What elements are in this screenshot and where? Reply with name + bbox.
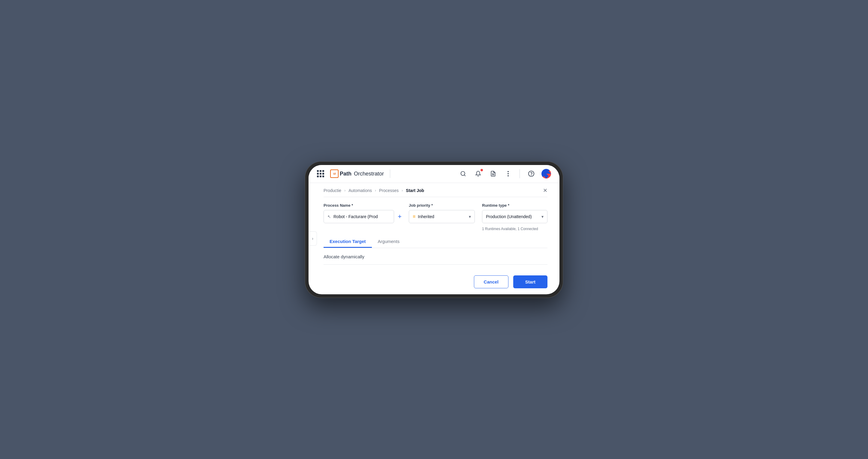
logo-ui-text: Ui (333, 172, 336, 175)
breadcrumb-sep-3: › (402, 188, 403, 193)
sidebar-toggle-button[interactable]: › (309, 231, 317, 246)
logo-path-text: Path (340, 171, 351, 177)
job-priority-group: Job priority * ≡ Inherited ▾ (409, 203, 475, 223)
top-bar-icons (458, 169, 551, 178)
grid-icon[interactable] (317, 170, 324, 177)
runtime-type-select[interactable]: Production (Unattended) ▾ (482, 210, 548, 223)
user-avatar[interactable] (541, 169, 551, 178)
notification-badge (480, 168, 484, 172)
add-process-button[interactable]: + (398, 213, 402, 220)
footer-buttons: Cancel Start (323, 271, 548, 294)
form-row: Process Name * ↖ Robot - Facturare (Prod… (323, 203, 548, 231)
breadcrumb-productie[interactable]: Productie (323, 188, 341, 193)
svg-point-5 (507, 173, 509, 174)
form-section: Process Name * ↖ Robot - Facturare (Prod… (323, 197, 548, 236)
close-button[interactable]: ✕ (543, 188, 548, 193)
runtime-type-value: Production (Unattended) (486, 214, 539, 219)
search-button[interactable] (458, 169, 468, 178)
phone-frame: Ui Path Orchestrator (305, 161, 563, 298)
process-name-group: Process Name * ↖ Robot - Facturare (Prod… (323, 203, 402, 223)
notifications-button[interactable] (473, 169, 483, 178)
process-name-value: Robot - Facturare (Prod (334, 214, 390, 219)
runtime-info: 1 Runtimes Available, 1 Connected (482, 227, 548, 231)
svg-line-1 (464, 175, 466, 176)
breadcrumb-start-job: Start Job (406, 188, 424, 193)
process-name-label: Process Name * (323, 203, 402, 207)
job-priority-label: Job priority * (409, 203, 475, 207)
chevron-down-icon: ▾ (469, 214, 471, 219)
uipath-logo: Ui Path (330, 169, 351, 178)
breadcrumb-sep-1: › (344, 188, 345, 193)
process-name-input[interactable]: ↖ Robot - Facturare (Prod (323, 210, 394, 223)
logo-box: Ui (330, 169, 339, 178)
cancel-button[interactable]: Cancel (474, 275, 508, 288)
tabs-row: Execution Target Arguments (323, 236, 548, 248)
runtime-chevron-icon: ▾ (541, 214, 544, 219)
top-bar: Ui Path Orchestrator (309, 165, 559, 183)
bottom-divider (323, 264, 548, 265)
runtime-type-group: Runtime type * Production (Unattended) ▾… (482, 203, 548, 231)
tab-execution-target[interactable]: Execution Target (323, 236, 372, 248)
allocate-dynamically-label: Allocate dynamically (323, 254, 364, 259)
cursor-icon: ↖ (328, 214, 331, 219)
dialog-area: Productie › Automations › Processes › St… (309, 183, 559, 294)
phone-screen: Ui Path Orchestrator (309, 165, 559, 294)
tab-arguments[interactable]: Arguments (372, 236, 406, 248)
breadcrumb-sep-2: › (375, 188, 376, 193)
svg-point-6 (507, 175, 509, 176)
more-button[interactable] (503, 169, 513, 178)
logo-area: Ui Path Orchestrator (330, 169, 390, 178)
orchestrator-label: Orchestrator (354, 171, 384, 177)
help-button[interactable] (526, 169, 536, 178)
breadcrumb-processes[interactable]: Processes (379, 188, 399, 193)
priority-icon: ≡ (413, 214, 415, 219)
job-priority-select[interactable]: ≡ Inherited ▾ (409, 210, 475, 223)
tabs-section: Execution Target Arguments (323, 236, 548, 248)
document-button[interactable] (488, 169, 498, 178)
divider (520, 169, 520, 178)
breadcrumb-automations[interactable]: Automations (348, 188, 372, 193)
job-priority-value: Inherited (418, 214, 466, 219)
breadcrumb: Productie › Automations › Processes › St… (323, 183, 548, 197)
main-content: › Productie › Automations › Processes › … (309, 183, 559, 294)
start-button[interactable]: Start (513, 275, 548, 288)
svg-point-4 (507, 171, 509, 172)
runtime-type-label: Runtime type * (482, 203, 548, 207)
content-section: Allocate dynamically (323, 248, 548, 271)
